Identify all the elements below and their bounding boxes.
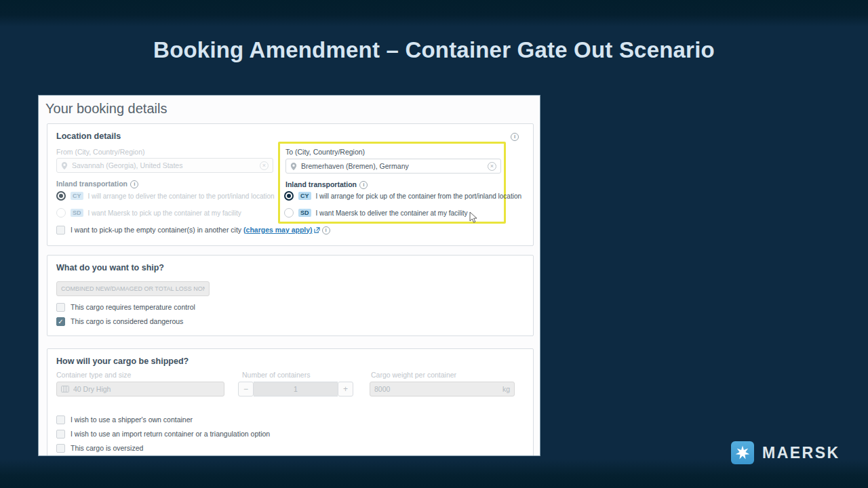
location-details-section: Location details i From (City, Country/R… <box>47 123 534 246</box>
from-sd-radio-row: SD I want Maersk to pick up the containe… <box>56 207 241 219</box>
minus-button: − <box>238 382 254 396</box>
sd-badge: SD <box>298 209 311 217</box>
inland-transportation-label: Inland transportation <box>285 180 357 188</box>
checkbox-unchecked[interactable] <box>56 226 65 235</box>
info-icon[interactable]: i <box>359 181 368 189</box>
from-value: Savannah (Georgia), United States <box>72 161 256 169</box>
maersk-star-icon <box>731 441 754 464</box>
location-pin-icon <box>290 162 297 171</box>
location-details-heading: Location details <box>56 131 121 141</box>
to-value: Bremerhaven (Bremen), Germany <box>301 162 484 170</box>
container-type-value: 40 Dry High <box>73 385 220 393</box>
mouse-cursor <box>469 211 479 224</box>
radio-label: I want Maersk to deliver the container a… <box>316 209 468 217</box>
checkbox-label: I wish to use a shipper's own container <box>71 415 193 424</box>
checkbox-label: This cargo requires temperature control <box>71 303 195 311</box>
weight-unit-label: kg <box>502 385 510 393</box>
plus-button: + <box>338 382 353 396</box>
to-sd-radio-row[interactable]: SD I want Maersk to deliver the containe… <box>284 207 468 219</box>
container-count-value: 1 <box>254 382 338 396</box>
import-return-container-row[interactable]: I wish to use an import return container… <box>56 428 270 439</box>
dangerous-cargo-row[interactable]: ✓ This cargo is considered dangerous <box>56 316 183 327</box>
container-type-label: Container type and size <box>56 371 131 379</box>
commodity-input: COMBINED NEW/DAMAGED OR TOTAL LOSS NON <box>56 281 210 296</box>
temperature-control-row[interactable]: This cargo requires temperature control <box>56 302 195 312</box>
maersk-logo: MAERSK <box>731 441 840 464</box>
radio-unselected <box>56 208 66 218</box>
radio-label: I want Maersk to pick up the container a… <box>88 209 241 217</box>
info-icon[interactable]: i <box>130 180 138 188</box>
from-cy-radio-row: CY I will arrange to deliver the contain… <box>56 190 275 202</box>
cargo-heading: How will your cargo be shipped? <box>56 357 189 366</box>
location-pin-icon <box>61 161 68 170</box>
maersk-wordmark: MAERSK <box>762 444 840 462</box>
clear-icon: × <box>260 161 269 170</box>
checkbox-unchecked[interactable] <box>56 444 65 453</box>
ship-section: What do you want to ship? COMBINED NEW/D… <box>47 255 534 336</box>
to-label: To (City, Country/Region) <box>285 148 365 156</box>
checkbox-label: This cargo is oversized <box>71 444 143 452</box>
container-icon <box>61 386 69 392</box>
slide-title: Booking Amendment – Container Gate Out S… <box>0 37 868 63</box>
radio-selected <box>56 191 66 201</box>
inland-transportation-label: Inland transportation <box>56 180 127 188</box>
shippers-own-container-row[interactable]: I wish to use a shipper's own container <box>56 414 193 425</box>
cy-badge: CY <box>71 192 83 200</box>
external-link-icon <box>314 227 320 233</box>
to-cy-radio-row[interactable]: CY I will arrange for pick up of the con… <box>284 190 521 202</box>
checkbox-unchecked[interactable] <box>56 430 65 439</box>
clear-icon[interactable]: × <box>488 162 496 171</box>
cargo-weight-input: 8000 kg <box>370 382 515 396</box>
commodity-value: COMBINED NEW/DAMAGED OR TOTAL LOSS NON <box>61 285 205 292</box>
checkbox-label: I want to pick-up the empty container(s)… <box>71 226 330 235</box>
radio-selected[interactable] <box>284 191 294 201</box>
sd-badge: SD <box>71 209 83 217</box>
checkbox-unchecked[interactable] <box>56 303 65 312</box>
radio-label: I will arrange to deliver the container … <box>88 192 275 200</box>
from-label: From (City, Country/Region) <box>56 148 145 156</box>
info-icon[interactable]: i <box>511 133 519 141</box>
to-input[interactable]: Bremerhaven (Bremen), Germany × <box>285 159 501 174</box>
number-of-containers-label: Number of containers <box>242 371 310 379</box>
checkbox-label: I wish to use an import return container… <box>71 430 270 438</box>
checkbox-unchecked[interactable] <box>56 415 65 424</box>
booking-details-card: Your booking details Location details i … <box>38 95 540 456</box>
pickup-other-city-row[interactable]: I want to pick-up the empty container(s)… <box>56 224 330 235</box>
cy-badge: CY <box>298 192 311 200</box>
page-title: Your booking details <box>45 101 167 117</box>
checkbox-label: This cargo is considered dangerous <box>71 317 183 325</box>
cargo-weight-label: Cargo weight per container <box>371 371 456 379</box>
oversized-cargo-row[interactable]: This cargo is oversized <box>56 443 143 453</box>
from-input: Savannah (Georgia), United States × <box>56 158 273 173</box>
radio-label: I will arrange for pick up of the contai… <box>316 192 522 200</box>
cargo-weight-value: 8000 <box>374 385 498 393</box>
container-type-input: 40 Dry High <box>56 382 224 396</box>
ship-heading: What do you want to ship? <box>56 263 164 272</box>
info-icon[interactable]: i <box>322 226 330 235</box>
cargo-section: How will your cargo be shipped? Containe… <box>47 348 534 456</box>
charges-may-apply-link[interactable]: (charges may apply) <box>243 226 313 234</box>
radio-unselected[interactable] <box>284 208 294 218</box>
checkbox-checked[interactable]: ✓ <box>56 317 65 326</box>
container-count-stepper: − 1 + <box>238 382 353 396</box>
